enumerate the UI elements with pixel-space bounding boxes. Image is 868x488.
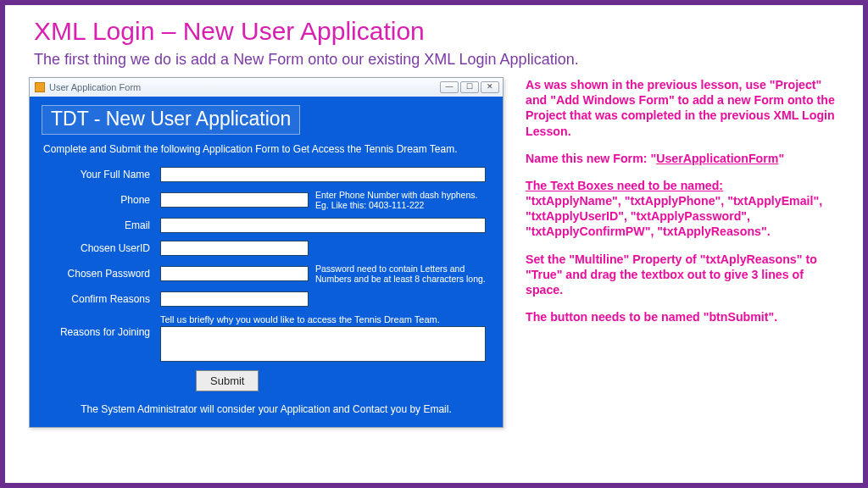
close-button[interactable]: ✕ (481, 81, 499, 93)
label-reasons: Reasons for Joining (43, 326, 153, 338)
note-3-body: "txtApplyName", "txtApplyPhone", "txtApp… (526, 194, 822, 238)
form-instructions: Complete and Submit the following Applic… (43, 143, 489, 155)
name-input[interactable] (160, 167, 486, 182)
userid-input[interactable] (160, 241, 309, 256)
note-2-prefix: Name this new Form: " (526, 152, 656, 165)
hint-password: Password need to contain Letters and Num… (315, 263, 489, 284)
form-footer: The System Administrator will consider y… (43, 403, 489, 415)
note-2: Name this new Form: "UserApplicationForm… (526, 151, 839, 166)
phone-input[interactable] (160, 192, 309, 208)
password-input[interactable] (160, 266, 309, 281)
hint-reasons: Tell us briefly why you would like to ac… (160, 314, 489, 324)
note-3-head: The Text Boxes need to be named: (526, 179, 723, 192)
slide-title: XML Login – New User Application (34, 17, 839, 46)
note-2-name: UserApplicationForm (656, 152, 778, 165)
label-password: Chosen Password (43, 268, 153, 280)
note-4: Set the "Multiline" Property of "txtAply… (526, 252, 839, 298)
note-2-suffix: " (778, 152, 784, 165)
form-heading: TDT - New User Application (42, 105, 300, 135)
label-phone: Phone (43, 194, 153, 206)
confirm-password-input[interactable] (160, 291, 309, 307)
slide-frame: XML Login – New User Application The fir… (0, 0, 868, 488)
app-icon (35, 82, 45, 92)
email-input[interactable] (160, 218, 486, 233)
slide-subtitle: The first thing we do is add a New Form … (34, 51, 839, 69)
hint-phone: Enter Phone Number with dash hyphens. Eg… (315, 190, 489, 210)
label-userid: Chosen UserID (43, 242, 153, 254)
reasons-input[interactable] (160, 326, 486, 362)
minimize-button[interactable]: — (440, 81, 459, 93)
window-titlebar: User Application Form — ☐ ✕ (30, 78, 503, 97)
form-screenshot: User Application Form — ☐ ✕ TDT - New Us… (29, 77, 504, 428)
window-caption: User Application Form (49, 82, 141, 92)
note-5: The button needs to be named "btnSubmit"… (526, 309, 839, 324)
label-confirm: Confirm Reasons (43, 293, 153, 305)
note-1: As was shown in the previous lesson, use… (526, 77, 839, 139)
instruction-notes: As was shown in the previous lesson, use… (526, 77, 839, 428)
submit-button[interactable]: Submit (196, 370, 259, 391)
maximize-button[interactable]: ☐ (460, 81, 479, 93)
label-email: Email (43, 219, 153, 231)
label-name: Your Full Name (43, 169, 153, 180)
note-3: The Text Boxes need to be named: "txtApp… (526, 178, 839, 240)
